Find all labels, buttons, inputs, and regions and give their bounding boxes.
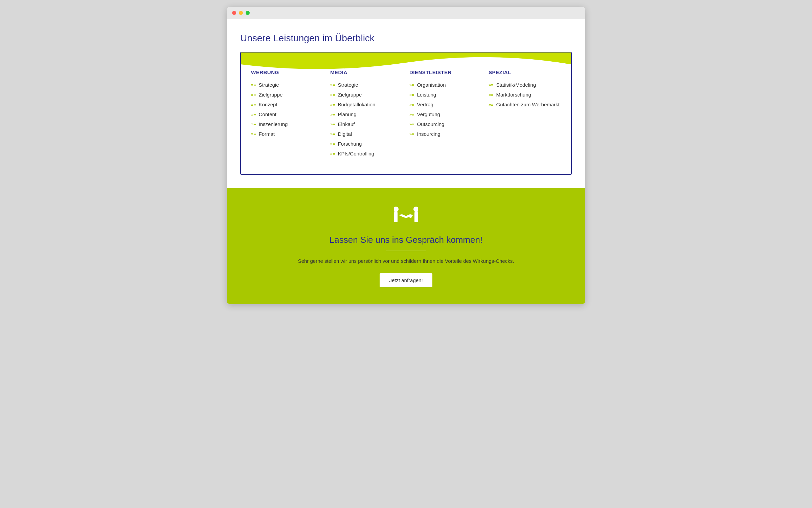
- list-item[interactable]: »»Strategie: [251, 82, 323, 88]
- arrow-icon: »»: [330, 92, 335, 97]
- arrow-icon: »»: [409, 131, 414, 136]
- service-list-media: »»Strategie »»Zielgruppe »»Budgetallokat…: [330, 82, 403, 156]
- arrow-icon: »»: [489, 82, 493, 87]
- list-item[interactable]: »»Statistik/Modeling: [489, 82, 561, 88]
- arrow-icon: »»: [409, 82, 414, 87]
- item-label: Einkauf: [338, 121, 355, 127]
- page-content: Unsere Leistungen im Überblick WERBUNG »…: [227, 19, 585, 304]
- cta-divider: [386, 251, 426, 251]
- column-werbung: WERBUNG »»Strategie »»Zielgruppe »»Konze…: [251, 69, 323, 161]
- arrow-icon: »»: [409, 102, 414, 107]
- arrow-icon: »»: [251, 112, 256, 117]
- item-label: Konzept: [258, 102, 277, 107]
- arrow-icon: »»: [409, 122, 414, 127]
- cta-button[interactable]: Jetzt anfragen!: [380, 273, 432, 287]
- list-item[interactable]: »»Einkauf: [330, 121, 403, 127]
- item-label: Forschung: [338, 141, 362, 147]
- list-item[interactable]: »»Outsourcing: [409, 121, 482, 127]
- arrow-icon: »»: [489, 102, 493, 107]
- list-item[interactable]: »»Budgetallokation: [330, 102, 403, 107]
- arrow-icon: »»: [330, 122, 335, 127]
- cta-subtitle: Sehr gerne stellen wir uns persönlich vo…: [240, 258, 572, 264]
- item-label: Strategie: [338, 82, 358, 88]
- svg-rect-0: [394, 212, 398, 222]
- item-label: KPIs/Controlling: [338, 151, 374, 156]
- list-item[interactable]: »»Planung: [330, 111, 403, 117]
- list-item[interactable]: »»Gutachten zum Werbemarkt: [489, 102, 561, 107]
- list-item[interactable]: »»Inszenierung: [251, 121, 323, 127]
- handshake-icon: [240, 205, 572, 228]
- item-label: Format: [258, 131, 275, 137]
- item-label: Leistung: [417, 92, 436, 98]
- arrow-icon: »»: [330, 82, 335, 87]
- list-item[interactable]: »»Vergütung: [409, 111, 482, 117]
- cta-title: Lassen Sie uns ins Gespräch kommen!: [240, 235, 572, 245]
- item-label: Statistik/Modeling: [496, 82, 536, 88]
- item-label: Inszenierung: [258, 121, 288, 127]
- list-item[interactable]: »»Strategie: [330, 82, 403, 88]
- list-item[interactable]: »»KPIs/Controlling: [330, 151, 403, 156]
- service-list-werbung: »»Strategie »»Zielgruppe »»Konzept »»Con…: [251, 82, 323, 137]
- list-item[interactable]: »»Organisation: [409, 82, 482, 88]
- list-item[interactable]: »»Content: [251, 111, 323, 117]
- close-button[interactable]: [232, 11, 236, 15]
- list-item[interactable]: »»Insourcing: [409, 131, 482, 137]
- minimize-button[interactable]: [239, 11, 243, 15]
- browser-titlebar: [227, 7, 585, 19]
- arrow-icon: »»: [330, 131, 335, 136]
- item-label: Content: [258, 111, 276, 117]
- item-label: Digital: [338, 131, 352, 137]
- list-item[interactable]: »»Leistung: [409, 92, 482, 98]
- item-label: Budgetallokation: [338, 102, 375, 107]
- column-media: MEDIA »»Strategie »»Zielgruppe »»Budgeta…: [330, 69, 403, 161]
- arrow-icon: »»: [251, 122, 256, 127]
- item-label: Planung: [338, 111, 356, 117]
- list-item[interactable]: »»Zielgruppe: [251, 92, 323, 98]
- services-grid: WERBUNG »»Strategie »»Zielgruppe »»Konze…: [251, 69, 561, 161]
- item-label: Vertrag: [417, 102, 433, 107]
- arrow-icon: »»: [251, 131, 256, 136]
- arrow-icon: »»: [330, 102, 335, 107]
- cta-section: Lassen Sie uns ins Gespräch kommen! Sehr…: [227, 188, 585, 304]
- column-spezial: SPEZIAL »»Statistik/Modeling »»Marktfors…: [489, 69, 561, 161]
- item-label: Strategie: [258, 82, 279, 88]
- arrow-icon: »»: [409, 112, 414, 117]
- arrow-icon: »»: [330, 141, 335, 146]
- arrow-icon: »»: [251, 92, 256, 97]
- arrow-icon: »»: [251, 82, 256, 87]
- fullscreen-button[interactable]: [246, 11, 250, 15]
- item-label: Zielgruppe: [258, 92, 283, 98]
- svg-rect-2: [414, 212, 418, 222]
- item-label: Gutachten zum Werbemarkt: [496, 102, 559, 107]
- wave-decoration: [241, 52, 571, 73]
- item-label: Zielgruppe: [338, 92, 362, 98]
- column-dienstleister: DIENSTLEISTER »»Organisation »»Leistung …: [409, 69, 482, 161]
- list-item[interactable]: »»Vertrag: [409, 102, 482, 107]
- services-box: WERBUNG »»Strategie »»Zielgruppe »»Konze…: [240, 52, 572, 175]
- item-label: Insourcing: [417, 131, 440, 137]
- item-label: Marktforschung: [496, 92, 531, 98]
- svg-point-3: [413, 207, 418, 212]
- list-item[interactable]: »»Forschung: [330, 141, 403, 147]
- browser-window: Unsere Leistungen im Überblick WERBUNG »…: [227, 7, 585, 304]
- arrow-icon: »»: [251, 102, 256, 107]
- arrow-icon: »»: [489, 92, 493, 97]
- arrow-icon: »»: [330, 112, 335, 117]
- list-item[interactable]: »»Konzept: [251, 102, 323, 107]
- item-label: Organisation: [417, 82, 446, 88]
- arrow-icon: »»: [409, 92, 414, 97]
- page-title: Unsere Leistungen im Überblick: [240, 33, 572, 44]
- service-list-spezial: »»Statistik/Modeling »»Marktforschung »»…: [489, 82, 561, 107]
- list-item[interactable]: »»Format: [251, 131, 323, 137]
- arrow-icon: »»: [330, 151, 335, 156]
- item-label: Outsourcing: [417, 121, 444, 127]
- item-label: Vergütung: [417, 111, 440, 117]
- list-item[interactable]: »»Marktforschung: [489, 92, 561, 98]
- service-list-dienstleister: »»Organisation »»Leistung »»Vertrag »»Ve…: [409, 82, 482, 137]
- list-item[interactable]: »»Zielgruppe: [330, 92, 403, 98]
- list-item[interactable]: »»Digital: [330, 131, 403, 137]
- svg-point-1: [394, 207, 399, 212]
